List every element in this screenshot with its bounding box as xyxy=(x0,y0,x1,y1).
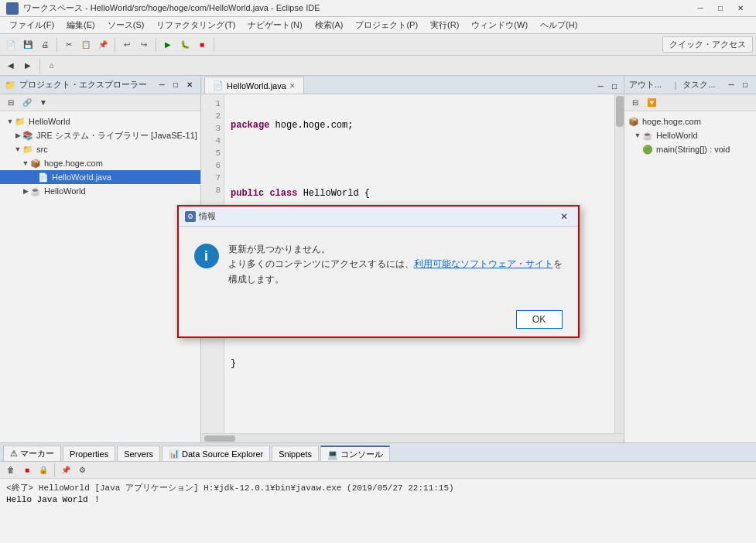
dialog-info-icon: i xyxy=(194,244,219,268)
dialog-message: 更新が見つかりません。 より多くのコンテンツにアクセスするには、利用可能なソフト… xyxy=(228,242,563,287)
dialog-title-text: 情報 xyxy=(199,210,553,222)
dialog-body: i 更新が見つかりません。 より多くのコンテンツにアクセスするには、利用可能なソ… xyxy=(179,227,578,302)
dialog-ok-button[interactable]: OK xyxy=(516,310,563,329)
dialog-message-prefix: より多くのコンテンツにアクセスするには、 xyxy=(228,258,414,269)
dialog-close-button[interactable]: ✕ xyxy=(556,209,572,224)
dialog-message-line2: より多くのコンテンツにアクセスするには、利用可能なソフトウェア・サイトを構成しま… xyxy=(228,257,563,286)
dialog-footer: OK xyxy=(179,302,578,336)
dialog-software-link[interactable]: 利用可能なソフトウェア・サイト xyxy=(414,258,553,269)
info-dialog: ⚙ 情報 ✕ i 更新が見つかりません。 より多くのコンテンツにアクセスするには… xyxy=(177,205,580,338)
dialog-message-line1: 更新が見つかりません。 xyxy=(228,242,563,257)
dialog-title-bar: ⚙ 情報 ✕ xyxy=(179,207,578,227)
dialog-overlay: ⚙ 情報 ✕ i 更新が見つかりません。 より多くのコンテンツにアクセスするには… xyxy=(0,0,756,543)
dialog-title-icon: ⚙ xyxy=(185,211,196,222)
